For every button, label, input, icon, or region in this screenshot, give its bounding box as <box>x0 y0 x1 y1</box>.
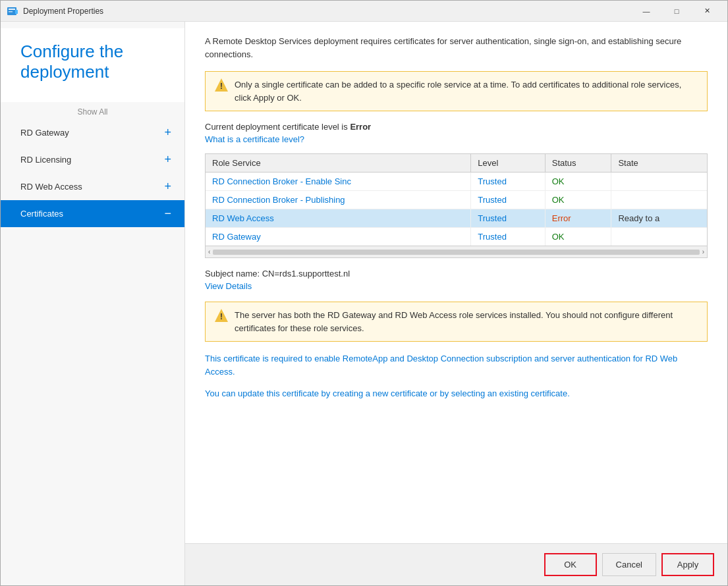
row1-role-link[interactable]: RD Connection Broker - Publishing <box>212 195 345 205</box>
row3-level-value: Trusted <box>478 232 507 242</box>
scroll-left-icon[interactable]: ‹ <box>208 248 210 255</box>
row0-state <box>611 173 707 191</box>
sidebar-item-label-rd-web-access: RD Web Access <box>20 182 82 192</box>
col-header-level: Level <box>471 154 545 173</box>
table-header-row: Role Service Level Status State <box>206 154 707 173</box>
cancel-button[interactable]: Cancel <box>602 553 656 576</box>
warning-box-1: Only a single certificate can be added t… <box>205 71 708 111</box>
page-title: Configure the deployment <box>1 28 184 102</box>
deployment-properties-window: Deployment Properties — □ ✕ Configure th… <box>0 0 728 586</box>
row2-status-value: Error <box>552 213 571 223</box>
col-header-role-service: Role Service <box>206 154 471 173</box>
table-row[interactable]: RD Web Access Trusted Error Ready to a <box>206 209 707 228</box>
row1-level: Trusted <box>471 191 545 209</box>
info-blue-text-1: This certificate is required to enable R… <box>205 352 708 378</box>
row0-status: OK <box>545 173 611 191</box>
table-row[interactable]: RD Gateway Trusted OK <box>206 228 707 246</box>
row3-status-value: OK <box>552 232 565 242</box>
row0-role-link[interactable]: RD Connection Broker - Enable Sinc <box>212 176 351 186</box>
sidebar-item-label-rd-gateway: RD Gateway <box>20 128 69 138</box>
row1-status-value: OK <box>552 195 565 205</box>
warning-text-1: Only a single certificate can be added t… <box>235 78 698 104</box>
maximize-button[interactable]: □ <box>661 1 692 22</box>
sidebar-item-rd-web-access[interactable]: RD Web Access + <box>1 173 184 200</box>
row2-role: RD Web Access <box>206 209 471 228</box>
main-content: A Remote Desktop Services deployment req… <box>185 22 727 585</box>
warning-icon-1 <box>215 78 228 92</box>
col-header-status: Status <box>545 154 611 173</box>
scroll-right-icon[interactable]: › <box>702 248 704 255</box>
row0-level: Trusted <box>471 173 545 191</box>
row3-role: RD Gateway <box>206 228 471 246</box>
row3-state <box>611 228 707 246</box>
scroll-thumb[interactable] <box>213 250 699 255</box>
window-icon <box>6 5 19 18</box>
row2-level-value: Trusted <box>478 213 507 223</box>
cert-level-value: Error <box>350 122 371 132</box>
info-blue-text-2: You can update this certificate by creat… <box>205 387 708 400</box>
row0-role: RD Connection Broker - Enable Sinc <box>206 173 471 191</box>
window-title: Deployment Properties <box>23 7 631 16</box>
content-area: Configure the deployment Show All RD Gat… <box>1 22 727 585</box>
sidebar-item-icon-rd-web-access: + <box>164 180 171 194</box>
cert-level-link[interactable]: What is a certificate level? <box>205 134 708 144</box>
sidebar: Configure the deployment Show All RD Gat… <box>1 22 185 585</box>
view-details-link[interactable]: View Details <box>205 281 708 291</box>
cert-level-text: Current deployment certificate level is … <box>205 122 708 132</box>
row1-level-value: Trusted <box>478 195 507 205</box>
apply-button[interactable]: Apply <box>661 553 714 576</box>
intro-text: A Remote Desktop Services deployment req… <box>205 35 708 61</box>
sidebar-item-icon-rd-gateway: + <box>164 126 171 140</box>
row2-state: Ready to a <box>611 209 707 228</box>
row0-status-value: OK <box>552 176 565 186</box>
minimize-button[interactable]: — <box>631 1 661 22</box>
close-button[interactable]: ✕ <box>692 1 722 22</box>
certificate-table: Role Service Level Status State RD Conne… <box>206 154 707 246</box>
warning-icon-2 <box>215 309 228 322</box>
row1-state <box>611 191 707 209</box>
svg-rect-3 <box>15 10 18 14</box>
sidebar-item-rd-licensing[interactable]: RD Licensing + <box>1 146 184 173</box>
table-horizontal-scrollbar[interactable]: ‹ › <box>206 246 707 257</box>
sidebar-item-icon-certificates: − <box>164 207 171 221</box>
row1-role: RD Connection Broker - Publishing <box>206 191 471 209</box>
window-controls: — □ ✕ <box>631 1 722 22</box>
ok-button[interactable]: OK <box>544 553 597 576</box>
warning-box-2: The server has both the RD Gateway and R… <box>205 302 708 342</box>
show-all-label: Show All <box>1 102 184 119</box>
sidebar-item-icon-rd-licensing: + <box>164 153 171 167</box>
sidebar-item-label-certificates: Certificates <box>20 209 63 219</box>
subject-name: Subject name: CN=rds1.supporttest.nl <box>205 269 708 279</box>
main-scroll-area[interactable]: A Remote Desktop Services deployment req… <box>185 22 727 543</box>
svg-rect-2 <box>9 11 13 13</box>
sidebar-item-certificates[interactable]: Certificates − <box>1 200 184 227</box>
button-row: OK Cancel Apply <box>185 543 727 585</box>
row3-status: OK <box>545 228 611 246</box>
table-row[interactable]: RD Connection Broker - Enable Sinc Trust… <box>206 173 707 191</box>
cert-level-label: Current deployment certificate level is <box>205 122 350 132</box>
title-bar: Deployment Properties — □ ✕ <box>1 1 727 22</box>
row2-status: Error <box>545 209 611 228</box>
table-row[interactable]: RD Connection Broker - Publishing Truste… <box>206 191 707 209</box>
row0-level-value: Trusted <box>478 176 507 186</box>
col-header-state: State <box>611 154 707 173</box>
sidebar-item-rd-gateway[interactable]: RD Gateway + <box>1 119 184 146</box>
warning-text-2: The server has both the RD Gateway and R… <box>235 309 698 334</box>
row2-level: Trusted <box>471 209 545 228</box>
svg-rect-1 <box>9 9 15 10</box>
row3-role-link[interactable]: RD Gateway <box>212 232 261 242</box>
sidebar-header: Configure the deployment <box>1 28 184 102</box>
certificate-table-container: Role Service Level Status State RD Conne… <box>205 153 708 258</box>
row2-role-link[interactable]: RD Web Access <box>212 213 274 223</box>
row3-level: Trusted <box>471 228 545 246</box>
row1-status: OK <box>545 191 611 209</box>
sidebar-item-label-rd-licensing: RD Licensing <box>20 155 71 165</box>
